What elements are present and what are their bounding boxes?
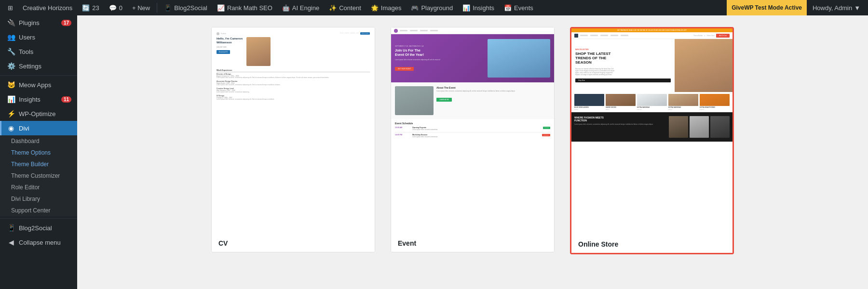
users-label: Users bbox=[19, 34, 35, 41]
blog2social-icon: 📱 bbox=[164, 4, 172, 12]
new-label: + New bbox=[132, 4, 150, 12]
insights-topbar-label: Insights bbox=[473, 4, 494, 12]
separator-1 bbox=[157, 3, 157, 13]
insights-icon: 📊 bbox=[7, 95, 15, 103]
sidebar-item-theme-options[interactable]: Theme Options bbox=[0, 147, 77, 158]
divi-label: Divi bbox=[19, 125, 29, 132]
events-icon: 📅 bbox=[504, 4, 512, 12]
blog2social-sidebar-icon: 📱 bbox=[7, 224, 15, 232]
sidebar-item-plugins[interactable]: 🔌 Plugins 17 bbox=[0, 15, 77, 30]
user-menu[interactable]: Howdy, Admin ▼ bbox=[809, 0, 864, 15]
sidebar-item-dashboard[interactable]: Dashboard bbox=[0, 135, 77, 147]
howdy-label: Howdy, Admin bbox=[813, 4, 852, 12]
support-center-label: Support Center bbox=[11, 207, 50, 214]
insights-topbar-icon: 📊 bbox=[462, 4, 470, 12]
sidebar-divider-1 bbox=[0, 75, 77, 76]
divi-library-label: Divi Library bbox=[11, 196, 40, 202]
topbar: ⊞ Creative Horizons 🔄 23 💬 0 + New 📱 Blo… bbox=[0, 0, 868, 15]
sidebar-item-collapse[interactable]: ◀ Collapse menu bbox=[0, 235, 77, 250]
comments-link[interactable]: 💬 0 bbox=[105, 0, 126, 15]
updates-link[interactable]: 🔄 23 bbox=[78, 0, 103, 15]
images-label: Images bbox=[381, 4, 402, 12]
insights-topbar-link[interactable]: 📊 Insights bbox=[459, 0, 498, 15]
sidebar-item-wp-optimize[interactable]: ⚡ WP-Optimize bbox=[0, 106, 77, 121]
meow-icon: 🐱 bbox=[7, 81, 15, 89]
updates-icon: 🔄 bbox=[82, 4, 90, 12]
content-label: Content bbox=[339, 4, 361, 12]
ai-engine-link[interactable]: 🤖 AI Engine bbox=[278, 0, 323, 15]
sidebar-item-divi-library[interactable]: Divi Library bbox=[0, 193, 77, 205]
sidebar-item-blog2social[interactable]: 📱 Blog2Social bbox=[0, 221, 77, 235]
wpoptimize-icon: ⚡ bbox=[7, 110, 15, 118]
rankmath-icon: 📈 bbox=[217, 4, 225, 12]
insights-badge: 11 bbox=[61, 96, 71, 103]
main-content: Portfolio Home Projects Resume Blog Get … bbox=[77, 15, 868, 289]
content-link[interactable]: ✨ Content bbox=[325, 0, 365, 15]
layout: 🔌 Plugins 17 👥 Users 🔧 Tools ⚙️ Settings… bbox=[0, 15, 868, 289]
site-home-link[interactable]: ⊞ bbox=[4, 0, 17, 15]
meow-apps-label: Meow Apps bbox=[19, 81, 51, 89]
givewp-badge[interactable]: GiveWP Test Mode Active bbox=[727, 0, 807, 15]
settings-label: Settings bbox=[19, 63, 41, 70]
insights-sidebar-label: Insights bbox=[19, 96, 41, 103]
template-card-event[interactable]: SEPTEMBER 27-28, SAN FRANCISCO, CA Join … bbox=[391, 27, 555, 252]
event-label: Event bbox=[391, 235, 554, 252]
collapse-label: Collapse menu bbox=[19, 239, 61, 246]
new-button[interactable]: + New bbox=[128, 0, 154, 15]
events-label: Events bbox=[514, 4, 533, 12]
ai-icon: 🤖 bbox=[282, 4, 290, 12]
sidebar-item-insights[interactable]: 📊 Insights 11 bbox=[0, 92, 77, 106]
divi-icon: ◉ bbox=[7, 124, 15, 132]
event-nav-logo bbox=[394, 29, 398, 33]
sidebar-item-users[interactable]: 👥 Users bbox=[0, 30, 77, 44]
comments-icon: 💬 bbox=[109, 4, 117, 12]
users-icon: 👥 bbox=[7, 33, 15, 41]
event-preview: SEPTEMBER 27-28, SAN FRANCISCO, CA Join … bbox=[391, 27, 554, 235]
sidebar-item-theme-builder[interactable]: Theme Builder bbox=[0, 158, 77, 170]
sidebar-item-tools[interactable]: 🔧 Tools bbox=[0, 44, 77, 59]
sidebar-item-support-center[interactable]: Support Center bbox=[0, 205, 77, 216]
givewp-label: GiveWP Test Mode Active bbox=[732, 4, 802, 11]
theme-builder-label: Theme Builder bbox=[11, 161, 49, 168]
site-name-text: Creative Horizons bbox=[23, 4, 72, 12]
sidebar-divider-2 bbox=[0, 218, 77, 219]
user-avatar: ▼ bbox=[854, 4, 860, 12]
template-card-online-store[interactable]: GET FANTASTIC DEALS ON THE ENTIRE OF COL… bbox=[570, 27, 734, 254]
ai-engine-label: AI Engine bbox=[292, 4, 319, 12]
cv-preview: Portfolio Home Projects Resume Blog Get … bbox=[212, 27, 375, 235]
wpoptimize-label: WP-Optimize bbox=[19, 110, 56, 118]
wordpress-icon: ⊞ bbox=[8, 4, 13, 12]
sidebar: 🔌 Plugins 17 👥 Users 🔧 Tools ⚙️ Settings… bbox=[0, 15, 77, 289]
playground-label: Playground bbox=[421, 4, 453, 12]
comments-count: 0 bbox=[119, 4, 122, 12]
divi-submenu: Dashboard Theme Options Theme Builder Th… bbox=[0, 135, 77, 216]
sidebar-item-settings[interactable]: ⚙️ Settings bbox=[0, 59, 77, 73]
cv-label: CV bbox=[212, 235, 375, 252]
site-name[interactable]: Creative Horizons bbox=[19, 0, 76, 15]
sidebar-item-role-editor[interactable]: Role Editor bbox=[0, 182, 77, 193]
theme-options-label: Theme Options bbox=[11, 149, 51, 156]
sidebar-item-divi[interactable]: ◉ Divi bbox=[0, 121, 77, 135]
updates-count: 23 bbox=[92, 4, 99, 12]
images-link[interactable]: 🌟 Images bbox=[367, 0, 406, 15]
rankmath-link[interactable]: 📈 Rank Math SEO bbox=[213, 0, 276, 15]
blog2social-sidebar-label: Blog2Social bbox=[19, 224, 52, 232]
events-link[interactable]: 📅 Events bbox=[500, 0, 537, 15]
settings-icon: ⚙️ bbox=[7, 62, 15, 70]
dashboard-label: Dashboard bbox=[11, 138, 40, 144]
plugins-badge: 17 bbox=[61, 20, 71, 26]
content-icon: ✨ bbox=[329, 4, 337, 12]
rankmath-label: Rank Math SEO bbox=[227, 4, 272, 12]
role-editor-label: Role Editor bbox=[11, 184, 40, 191]
sidebar-item-meow-apps[interactable]: 🐱 Meow Apps bbox=[0, 78, 77, 92]
sidebar-item-theme-customizer[interactable]: Theme Customizer bbox=[0, 170, 77, 182]
plugins-label: Plugins bbox=[19, 19, 40, 26]
online-store-preview: GET FANTASTIC DEALS ON THE ENTIRE OF COL… bbox=[571, 28, 732, 236]
store-logo bbox=[574, 34, 578, 38]
tools-icon: 🔧 bbox=[7, 48, 15, 55]
playground-link[interactable]: 🎮 Playground bbox=[407, 0, 457, 15]
blog2social-link[interactable]: 📱 Blog2Social bbox=[160, 0, 211, 15]
template-card-cv[interactable]: Portfolio Home Projects Resume Blog Get … bbox=[211, 27, 375, 252]
images-icon: 🌟 bbox=[371, 4, 379, 12]
playground-icon: 🎮 bbox=[411, 4, 419, 12]
